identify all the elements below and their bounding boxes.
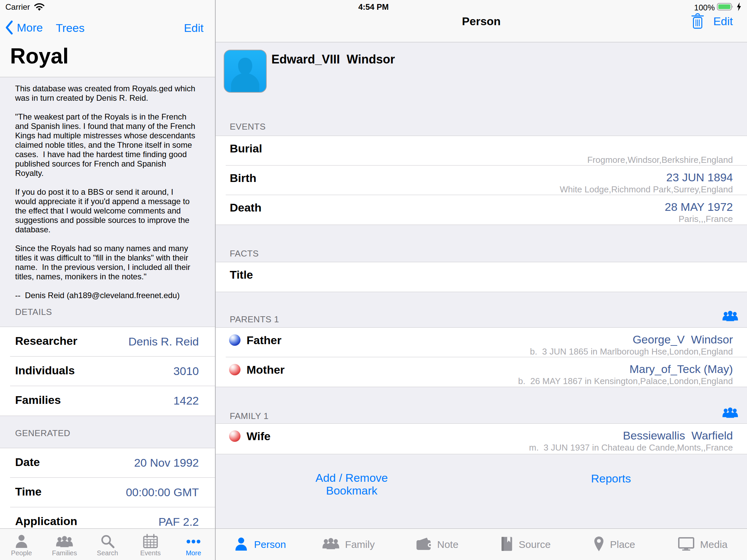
facts-table: Title [216,262,747,292]
family-row-wife[interactable]: Wife Bessiewallis Warfield m. 3 JUN 1937… [216,424,747,454]
charging-bolt-icon [736,2,742,14]
back-button[interactable]: More [5,20,43,35]
event-row-death[interactable]: Death 28 MAY 1972 Paris,,,France [216,195,747,224]
row-value: 3010 [173,365,199,378]
row-label: Wife [247,430,271,443]
events-section-header: EVENTS [230,122,266,132]
row-label: Mother [247,363,284,376]
family-group-icon[interactable] [722,407,738,420]
media-monitor-icon [678,536,695,553]
male-sphere-icon [229,335,240,346]
tab-person[interactable]: Person [216,529,304,560]
person-avatar[interactable] [224,50,267,93]
tab-label: Search [97,549,118,557]
row-label: Time [15,485,42,498]
row-value: George_V Windsor [633,333,733,346]
tab-source[interactable]: Source [481,529,570,560]
left-edit-button[interactable]: Edit [184,22,204,34]
female-sphere-icon [229,364,240,375]
person-name: Edward_VIII Windsor [272,52,395,66]
details-table: Researcher Denis R. Reid Individuals 301… [0,327,215,416]
family-section-header: FAMILY 1 [230,411,269,421]
row-value: 23 JUN 1894 [666,171,733,184]
split-view-divider [215,0,216,560]
tab-label: Families [52,549,77,557]
tab-place[interactable]: Place [570,529,659,560]
row-value: 1422 [173,394,199,407]
tab-family[interactable]: Family [304,529,393,560]
table-row: Date 20 Nov 1992 [0,448,215,478]
events-table: Burial Frogmore,Windsor,Berkshire,Englan… [216,136,747,225]
event-row-birth[interactable]: Birth 23 JUN 1894 White Lodge,Richmond P… [216,165,747,195]
row-label: Date [15,456,40,469]
battery-icon [717,2,734,14]
note-wallet-icon [415,537,432,552]
families-icon [56,532,73,549]
tab-label: People [11,549,32,557]
row-detail: b. 26 MAY 1867 in Kensington,Palace,Lond… [518,376,733,386]
tab-families[interactable]: Families [43,529,86,560]
row-value: Denis R. Reid [128,335,199,348]
parents-table: Father George_V Windsor b. 3 JUN 1865 in… [216,327,747,387]
event-row-burial[interactable]: Burial Frogmore,Windsor,Berkshire,Englan… [216,136,747,165]
details-section-header: DETAILS [15,307,52,317]
tab-label: More [186,549,201,557]
tab-label: Family [345,539,375,550]
row-value: PAF 2.2 [158,515,199,529]
tree-description: This database was created from Royals.ge… [15,84,210,300]
tab-people[interactable]: People [0,529,43,560]
status-bar: Carrier 4:54 PM 100% [0,0,747,14]
events-calendar-icon [143,532,158,549]
person-icon [234,536,249,553]
tab-label: Events [140,549,160,557]
table-row: Individuals 3010 [0,356,215,386]
row-detail: White Lodge,Richmond Park,Surrey,England [560,184,733,195]
battery-status: 100% [694,2,742,14]
search-icon [100,532,115,549]
tab-events[interactable]: Events [129,529,172,560]
tree-title: Royal [10,44,69,69]
row-label: Father [247,334,281,347]
place-pin-icon [593,536,604,553]
tab-label: Place [610,539,635,550]
trash-icon[interactable] [691,13,705,31]
row-label: Birth [230,171,256,185]
family-group-icon[interactable] [722,310,738,324]
tab-media[interactable]: Media [658,529,747,560]
battery-percent-label: 100% [694,3,715,12]
clock-label: 4:54 PM [0,2,747,12]
row-value: Bessiewallis Warfield [623,429,733,442]
row-label: Families [15,394,61,406]
row-label: Burial [230,142,262,155]
fact-row-title[interactable]: Title [216,262,747,292]
row-value: 20 Nov 1992 [134,456,199,469]
generated-section-header: GENERATED [15,428,70,438]
source-book-icon [500,536,513,553]
female-sphere-icon [229,430,240,442]
tab-label: Source [519,539,550,550]
bookmark-button[interactable]: Add / Remove Bookmark [311,471,392,497]
parent-row-father[interactable]: Father George_V Windsor b. 3 JUN 1865 in… [216,328,747,357]
people-icon [14,532,29,549]
row-value: Mary_of_Teck (May) [629,363,733,376]
tab-label: Media [700,539,727,550]
right-tab-bar: Person Family [216,529,747,560]
trees-button[interactable]: Trees [56,22,85,34]
left-tab-bar: People Families [0,529,215,560]
tab-label: Note [437,539,458,550]
family-icon [322,537,340,552]
tab-search[interactable]: Search [86,529,129,560]
tree-info-panel: More Trees Edit Royal This database was … [0,0,215,560]
page-title: Person [216,15,747,28]
parent-row-mother[interactable]: Mother Mary_of_Teck (May) b. 26 MAY 1867… [216,357,747,387]
tab-note[interactable]: Note [393,529,481,560]
row-detail: b. 3 JUN 1865 in Marlborough Hse,London,… [530,346,733,357]
person-silhouette-icon [224,50,266,92]
row-detail: Frogmore,Windsor,Berkshire,England [587,155,733,165]
person-edit-button[interactable]: Edit [713,15,733,28]
reports-button[interactable]: Reports [577,472,645,485]
tab-more[interactable]: More [172,529,215,560]
row-detail: m. 3 JUN 1937 in Chateau de Cande,Monts,… [529,443,733,453]
generated-table: Date 20 Nov 1992 Time 00:00:00 GMT Appli… [0,448,215,537]
parents-section-header: PARENTS 1 [230,314,279,325]
